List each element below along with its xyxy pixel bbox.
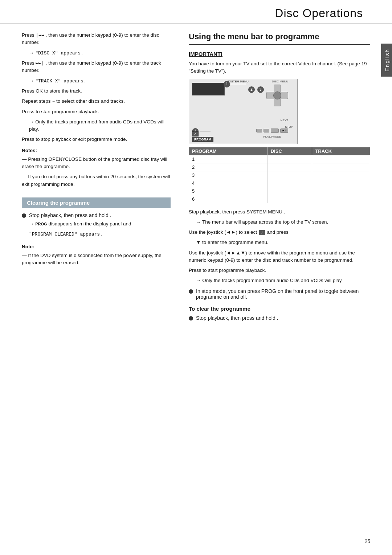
page-header: Disc Operations	[0, 0, 392, 24]
dvd-diagram: 1 2 , 3	[189, 79, 370, 203]
only-tracks-line: → Only the tracks programmed from audio …	[22, 118, 171, 133]
press-start2-para: Press to start programme playback.	[189, 267, 370, 274]
row-3: 3	[189, 171, 268, 179]
press-stop-text: to stop playback or exit programme mode.	[36, 136, 127, 142]
only-tracks2-arrow: →	[196, 278, 201, 283]
to-clear-bullet: Stop playback, then press and hold .	[196, 315, 278, 321]
small-btn-1	[256, 129, 262, 132]
checkbox-icon: ✓	[192, 131, 199, 136]
prog-table-body: 1 2 3 4 5 6	[189, 155, 370, 203]
only-tracks2-text: Only the tracks programmed from audio CD…	[202, 278, 343, 283]
table-row: 6	[189, 195, 370, 203]
play-pause-label: PLAY/PAUSE	[263, 135, 281, 138]
joystick-1-v-line: ▼ to enter the programme menu.	[189, 239, 370, 246]
prog-arrow: →	[29, 221, 34, 227]
press-prev-label: Press	[22, 32, 36, 38]
small-buttons-row: ►II	[256, 128, 288, 133]
row-2: 2	[189, 163, 268, 171]
notes-heading: Notes:	[22, 147, 171, 154]
right-section-heading: Using the menu bar to programme	[189, 32, 370, 45]
next-label: NEXT	[281, 119, 288, 122]
prog-label: PROG	[35, 222, 47, 226]
press-start2-text: to start programme playback.	[203, 268, 266, 273]
repeat-steps-text: Repeat steps ~ to select other discs and…	[22, 98, 125, 104]
to-clear-item: Stop playback, then press and hold .	[189, 315, 370, 321]
press-start-para: Press to start programme playback.	[22, 108, 171, 115]
table-row: 1	[189, 155, 370, 163]
disc-x-text: "DISC X" appears.	[35, 50, 83, 56]
menu-bar-text: The menu bar will appear across the top …	[202, 219, 328, 225]
display-screen	[192, 83, 225, 95]
stop-then-press-text: Stop playback, then press SYSTEM MENU .	[189, 208, 370, 216]
small-btn-4: ►II	[280, 128, 288, 133]
repeat-steps-para: Repeat steps ~ to select other discs and…	[22, 98, 171, 105]
program-cleared-line: "PROGRAM CLEARED" appears.	[29, 230, 171, 238]
page-number: 25	[364, 538, 370, 544]
nav-center	[273, 91, 281, 99]
prog-table-header-row: PROGRAM DISC TRACK	[189, 147, 370, 155]
press-start-text: to start programme playback.	[36, 109, 99, 114]
important-text: You have to turn on your TV and set to t…	[189, 60, 370, 75]
prog-disappears-line: → PROG disappears from the display panel…	[29, 220, 171, 228]
system-menu-label: SYSTEM MENU	[227, 80, 249, 83]
prev-icon: |◄◄	[36, 32, 44, 38]
prog-table: PROGRAM DISC TRACK 1 2 3 4 5 6	[189, 147, 370, 203]
callout-4-line	[200, 131, 211, 131]
press-start2-label: Press	[189, 268, 201, 273]
disc-col-header: DISC	[268, 147, 312, 155]
callout-1-line	[231, 84, 246, 84]
press-start-label: Press	[22, 109, 36, 114]
track-x-line: → "TRACK X" appears.	[22, 77, 171, 85]
menu-bar-arrow: →	[196, 219, 201, 225]
nav-cross	[266, 85, 288, 106]
callout-2: 2	[248, 86, 255, 93]
only-tracks2-line: → Only the tracks programmed from audio …	[189, 277, 370, 284]
small-btn-3	[271, 128, 279, 133]
small-btn-2	[264, 129, 269, 132]
right-column: Using the menu bar to programme IMPORTAN…	[185, 32, 370, 323]
table-row: 5	[189, 187, 370, 195]
menu-bar-line: → The menu bar will appear across the to…	[189, 219, 370, 226]
prog-icon: ✓	[259, 230, 265, 235]
joystick-1-and: and press	[267, 229, 289, 235]
clearing-heading: Clearing the programme	[22, 197, 171, 208]
disc-x-line: → "DISC X" appears.	[22, 49, 171, 57]
only-tracks-arrow: →	[29, 119, 34, 125]
disc-x-arrow: →	[29, 50, 34, 56]
press-prev-para: Press |◄◄ , then use the numeric keypad …	[22, 32, 171, 46]
press-ok-para: Press OK to store the track.	[22, 87, 171, 95]
row-5: 5	[189, 187, 268, 195]
bullet-icon-3	[189, 316, 193, 321]
press-ok-text: Press OK to store the track.	[22, 88, 82, 94]
note-2: — If you do not press any buttons within…	[22, 173, 171, 188]
track-x-arrow: →	[29, 78, 34, 83]
stop-mode-item: In stop mode, you can press PROG on the …	[189, 288, 370, 300]
program-cleared-text: "PROGRAM CLEARED" appears.	[29, 232, 103, 237]
table-row: 4	[189, 179, 370, 187]
to-clear-heading: To clear the programme	[189, 305, 370, 313]
prog-bar: PROGRAM	[192, 137, 213, 142]
dvd-panel: 1 2 , 3	[189, 79, 298, 144]
disc-menu-label: DISC MENU	[272, 80, 288, 83]
bullet-icon	[22, 213, 26, 218]
page-title: Disc Operations	[275, 7, 363, 20]
prog-disappears-block: → PROG disappears from the display panel…	[22, 220, 171, 238]
next-icon: ►►|	[36, 60, 44, 66]
bullet-stop-text: Stop playback, then press and hold .	[29, 212, 111, 218]
track-x-text: "TRACK X" appears.	[35, 78, 86, 84]
language-tab: English	[381, 44, 392, 77]
disconnected-note: — If the DVD system is disconnected from…	[22, 252, 171, 267]
press-stop-label: Press	[22, 136, 36, 142]
joystick-1-para: Use the joystick (◄►) to select ✓ and pr…	[189, 229, 370, 236]
press-stop-para: Press to stop playback or exit programme…	[22, 136, 171, 143]
press-next-para: Press ►►| , then use the numeric keypad …	[22, 60, 171, 74]
row-4: 4	[189, 179, 268, 187]
only-tracks-text: Only the tracks programmed from audio CD…	[29, 119, 164, 132]
press-next-label: Press	[22, 60, 36, 66]
table-row: 2	[189, 163, 370, 171]
bullet-icon-2	[189, 289, 193, 294]
stop-playback-item: Stop playback, then press and hold .	[22, 212, 171, 218]
table-row: 3	[189, 171, 370, 179]
joystick-1-text: Use the joystick (◄►) to select	[189, 229, 257, 235]
note-1: — Pressing OPEN¥CLOSE button of the prog…	[22, 156, 171, 171]
